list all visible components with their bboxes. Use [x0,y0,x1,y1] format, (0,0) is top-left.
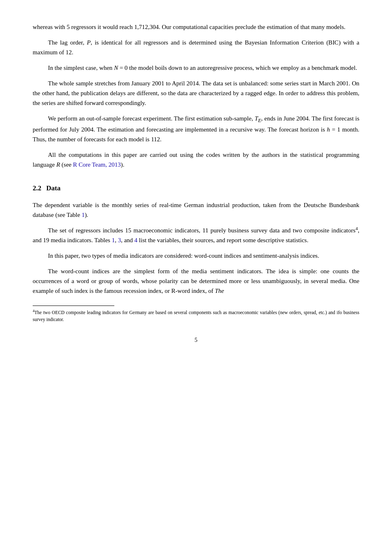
table-3-link[interactable]: 3 [118,237,121,243]
section-2-paragraph-3: In this paper, two types of media indica… [33,251,359,261]
paragraph-1: whereas with 5 regressors it would reach… [33,22,359,32]
footnote-divider [33,306,114,306]
section-2-paragraph-2: The set of regressors includes 15 macroe… [33,225,359,245]
table-1-link-2[interactable]: 1 [112,237,115,243]
footnote-4: 4The two OECD composite leading indicato… [33,309,359,323]
language-r: R [56,161,60,168]
table-1-link-1[interactable]: 1 [82,212,85,218]
paragraph-6: All the computations in this paper are c… [33,150,359,170]
paragraph-4: The whole sample stretches from January … [33,78,359,108]
variable-h: h [327,126,330,133]
paragraph-3: In the simplest case, when N = 0 the mod… [33,63,359,73]
paragraph-2: The lag order, P, is identical for all r… [33,38,359,57]
the-italic: The [215,288,224,294]
footnote-number-4: 4 [33,309,34,313]
variable-n: N [114,65,118,71]
section-2-paragraph-1: The dependent variable is the monthly se… [33,200,359,220]
r-core-team-link[interactable]: R Core Team, 2013 [73,161,121,168]
variable-p: P [87,39,91,46]
section-number: 2.2 [33,183,41,194]
page-number: 5 [33,336,359,345]
section-2-2-heading: 2.2 Data [33,183,359,194]
paragraph-5: We perform an out-of-sample forecast exp… [33,114,359,144]
variable-te: TE [255,115,261,122]
page: whereas with 5 regressors it would reach… [0,0,392,551]
table-4-link[interactable]: 4 [134,237,138,243]
section-title: Data [46,183,60,194]
section-2-paragraph-4: The word-count indices are the simplest … [33,266,359,296]
footnote-ref-4: 4 [356,226,358,231]
